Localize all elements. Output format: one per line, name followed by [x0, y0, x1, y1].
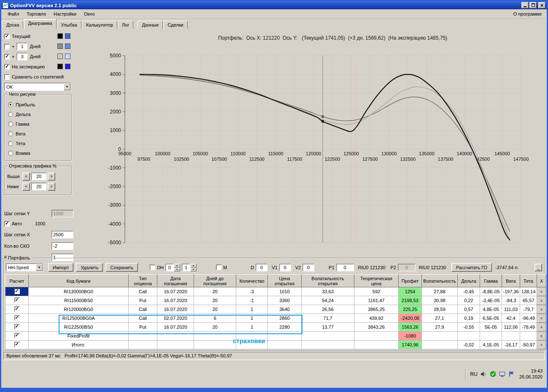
column-header-theta[interactable]: Тета [520, 275, 537, 287]
delete-button[interactable]: Удалить [76, 263, 103, 272]
gamma-radio[interactable] [8, 122, 13, 127]
menu-settings[interactable]: Настройки [50, 10, 80, 19]
strategy-select[interactable]: ОК [4, 83, 71, 91]
dh-checkbox[interactable] [150, 265, 155, 270]
delta-radio[interactable] [8, 112, 13, 117]
compare-strategy-checkbox[interactable] [4, 74, 10, 80]
tab-board[interactable]: Доска [2, 21, 23, 29]
color-swatch[interactable] [65, 43, 70, 49]
save-button[interactable]: Сохранить [105, 263, 138, 272]
row-calc-checkbox[interactable] [14, 315, 20, 321]
p1-input[interactable] [336, 264, 354, 271]
clock[interactable]: 19:43 26.06.2020 [518, 368, 543, 380]
color-swatch[interactable] [65, 54, 70, 59]
volume-icon[interactable] [481, 371, 487, 377]
increase-button[interactable] [48, 183, 55, 191]
row-calc-checkbox[interactable] [14, 306, 20, 312]
color-swatch[interactable] [65, 64, 70, 69]
close-button[interactable] [538, 2, 545, 8]
column-header-vega[interactable]: Вега [502, 275, 520, 287]
collapse-panel-button[interactable]: _ [535, 264, 542, 271]
row-calc-cell[interactable] [5, 332, 29, 341]
row-calc-cell[interactable] [5, 296, 29, 305]
spin-down-icon[interactable] [174, 268, 180, 271]
tab-calculator[interactable]: Калькулятор [82, 21, 117, 29]
auto-grid-checkbox[interactable] [4, 221, 10, 227]
v1-input[interactable] [279, 264, 291, 271]
column-header-delta[interactable]: Дельта [458, 275, 480, 287]
vomma-radio[interactable] [8, 151, 13, 156]
row-calc-checkbox[interactable] [14, 333, 20, 338]
expiration-checkbox[interactable] [4, 64, 10, 70]
column-header-calc[interactable]: Расчет [5, 275, 29, 287]
language-indicator[interactable]: RU [470, 371, 478, 377]
antivirus-check-icon[interactable] [490, 371, 496, 377]
row-delete-button[interactable]: x [537, 341, 546, 349]
tab-deals[interactable]: Сделки [163, 21, 188, 29]
column-header-open-volatility[interactable]: Волатильностьоткрытия [302, 275, 354, 287]
row-calc-cell[interactable] [5, 314, 29, 323]
above-percent-input[interactable] [31, 173, 46, 180]
current-checkbox[interactable] [4, 34, 10, 39]
menu-window[interactable]: Окно [80, 10, 99, 19]
color-swatch[interactable] [57, 64, 63, 69]
column-header-gamma[interactable]: Гамма [480, 275, 502, 287]
titlebar[interactable]: OptionFVV версия 2.1 public [1, 1, 547, 9]
row-delete-button[interactable]: x [537, 296, 546, 305]
calculate-margin-button[interactable]: Рассчитать ГО [451, 263, 492, 272]
sko-count-input[interactable] [51, 242, 73, 250]
column-header-date[interactable]: Датапогашения [157, 275, 194, 287]
color-swatch[interactable] [57, 43, 63, 49]
plus-days-checkbox[interactable] [4, 44, 10, 49]
column-header-qty[interactable]: Количество [236, 275, 268, 287]
row-calc-cell[interactable] [5, 323, 29, 332]
increase-button[interactable] [48, 173, 55, 181]
dh-spin1-input[interactable] [165, 264, 174, 271]
row-calc-checkbox[interactable] [14, 297, 20, 303]
grid-step-x-input[interactable] [51, 231, 73, 238]
row-delete-button[interactable]: x [537, 314, 546, 323]
column-header-delete[interactable]: X [537, 275, 546, 287]
row-calc-cell[interactable] [5, 305, 29, 314]
column-header-volatility[interactable]: Волатильность [422, 275, 458, 287]
decrease-button[interactable] [22, 173, 30, 181]
tray-app-icon[interactable] [499, 371, 505, 377]
row-calc-cell[interactable] [5, 287, 29, 296]
tab-data[interactable]: Данные [138, 21, 163, 29]
column-header-type[interactable]: Типопциона [129, 275, 157, 287]
decrease-button[interactable] [22, 183, 30, 191]
menu-file[interactable]: Файл [4, 10, 23, 19]
spin-down-icon[interactable] [190, 268, 197, 271]
row-calc-cell[interactable] [5, 341, 29, 349]
preset-select[interactable]: HH-Spred [6, 263, 43, 271]
column-header-code[interactable]: Код бумаги [29, 275, 129, 287]
maximize-button[interactable] [529, 2, 537, 8]
row-delete-button[interactable]: x [537, 287, 546, 296]
tab-log[interactable]: Лог [118, 21, 133, 29]
spin-up-icon[interactable] [190, 264, 197, 268]
column-header-theor-price[interactable]: Теоретическаяцена [354, 275, 399, 287]
color-swatch[interactable] [65, 33, 70, 39]
plus-days-checkbox[interactable] [4, 54, 10, 59]
menu-trade[interactable]: Торговля [23, 10, 50, 19]
row-calc-checkbox[interactable] [14, 342, 20, 347]
color-swatch[interactable] [57, 33, 63, 39]
row-delete-button[interactable]: x [537, 305, 546, 314]
flag-icon[interactable] [508, 371, 515, 377]
vega-radio[interactable] [8, 131, 13, 136]
dh-spin2-input[interactable] [182, 264, 190, 271]
tab-diagram[interactable]: Диаграмма [24, 19, 56, 29]
chevron-down-icon[interactable] [64, 83, 70, 90]
dh-spinner-2[interactable] [182, 264, 197, 271]
v2-input[interactable] [302, 264, 314, 271]
import-button[interactable]: Импорт [48, 263, 73, 272]
theta-radio[interactable] [8, 141, 13, 146]
below-percent-input[interactable] [31, 183, 46, 190]
spin-up-icon[interactable] [174, 264, 180, 268]
d-input[interactable] [256, 264, 267, 271]
column-header-profit[interactable]: Профит [399, 275, 422, 287]
days-offset-input[interactable] [16, 43, 27, 50]
row-delete-button[interactable]: x [537, 323, 546, 332]
column-header-days[interactable]: Дней допогашения [194, 275, 236, 287]
profit-radio[interactable] [8, 102, 13, 107]
